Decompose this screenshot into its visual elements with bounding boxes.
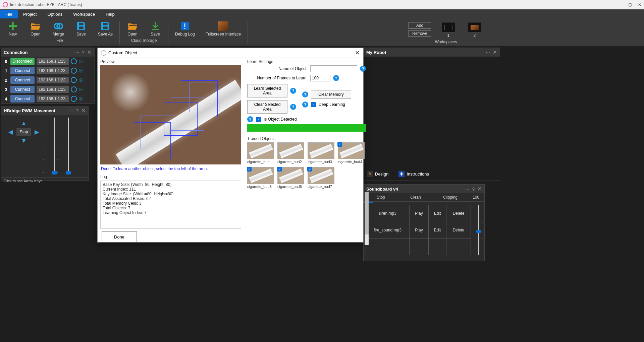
log-box[interactable]: Base Key Size: {Width=80, Height=80} Cur… [100, 181, 241, 229]
ribbon: New Open Merge Save Save As File [0, 19, 644, 46]
learn-selected-button[interactable]: Learn Selected Area [247, 84, 287, 97]
trained-object[interactable]: cigarette_bud5 [247, 167, 274, 189]
edit-button[interactable]: Edit [434, 211, 441, 216]
play-button[interactable]: Play [415, 228, 423, 232]
connect-button[interactable]: Connect [10, 95, 35, 102]
panel-help-button[interactable]: ? [472, 187, 475, 192]
speed-slider-right[interactable]: ----- [64, 118, 72, 175]
arrow-down-button[interactable]: ▼ [20, 137, 28, 144]
clear-selected-button[interactable]: Clear Selected Area [247, 100, 287, 114]
delete-button[interactable]: Delete [453, 228, 465, 232]
panel-menu-button[interactable]: ⋯ [465, 187, 470, 192]
panel-menu-button[interactable]: ⋯ [69, 108, 73, 113]
connect-button[interactable]: Connect [10, 76, 35, 84]
trained-object[interactable]: cigarette_bud3 [308, 142, 334, 164]
minimize-button[interactable]: — [618, 2, 622, 7]
sound-row: siren.mp3 Play Edit Delete [366, 205, 471, 222]
refresh-icon[interactable] [71, 58, 77, 64]
trained-object[interactable]: cigarette_bud [247, 142, 274, 164]
cloud-open-button[interactable]: Open [124, 20, 141, 37]
help-icon[interactable]: ? [247, 116, 253, 122]
frames-input[interactable] [310, 75, 330, 81]
panel-menu-button[interactable]: ⋯ [486, 50, 490, 55]
debug-log-button[interactable]: Debug Log [173, 20, 197, 37]
edit-button[interactable]: Edit [434, 228, 441, 232]
new-button[interactable]: New [5, 20, 21, 37]
wifi-icon[interactable]: ⦾ [79, 96, 83, 102]
object-name-input[interactable] [310, 65, 357, 72]
trained-object[interactable]: cigarette_bud7 [308, 167, 334, 189]
connect-button[interactable]: Connect [10, 67, 35, 74]
ip-field[interactable]: 192.168.1.1:23 [37, 58, 69, 65]
delete-button[interactable]: Delete [453, 211, 465, 216]
wifi-icon[interactable]: ⦾ [79, 77, 83, 83]
workspace-thumb-icon [442, 22, 455, 33]
stop-button[interactable]: Stop [16, 128, 32, 136]
trained-object[interactable]: cigarette_bud2 [277, 142, 304, 164]
save-button[interactable]: Save [73, 20, 89, 37]
maximize-button[interactable]: ▢ [628, 2, 632, 7]
done-button[interactable]: Done [102, 231, 137, 243]
menubar: File Project Options Workspace Help [0, 9, 644, 19]
refresh-icon[interactable] [71, 68, 77, 74]
panel-close-button[interactable]: ✕ [477, 186, 482, 192]
folder-open-icon [127, 21, 138, 31]
trained-object[interactable]: cigarette_bud6 [277, 167, 304, 189]
is-detected-label: Is Object Detected [264, 117, 297, 122]
menu-project[interactable]: Project [18, 10, 42, 18]
cloud-save-button[interactable]: Save [147, 20, 163, 37]
refresh-icon[interactable] [71, 86, 77, 92]
workspace-2-button[interactable]: 2 [466, 20, 483, 39]
modal-close-button[interactable]: ✕ [355, 49, 360, 57]
ip-field[interactable]: 192.168.1.1:23 [37, 77, 69, 83]
close-button[interactable]: ✕ [638, 2, 641, 7]
workspace-1-button[interactable]: 1 [440, 20, 457, 39]
help-icon[interactable]: ? [360, 66, 366, 72]
connect-button[interactable]: Connect [10, 86, 35, 93]
refresh-icon[interactable] [71, 77, 77, 83]
deep-learning-checkbox[interactable]: ✓ [311, 102, 316, 107]
help-icon[interactable]: ? [302, 91, 308, 97]
open-button[interactable]: Open [28, 20, 44, 37]
help-icon[interactable]: ? [290, 88, 296, 94]
ip-field[interactable]: 192.168.1.1:23 [37, 95, 69, 102]
disconnect-button[interactable]: Disconnect [10, 58, 35, 65]
panel-close-button[interactable]: ✕ [81, 108, 86, 114]
panel-menu-button[interactable]: ⋯ [75, 50, 79, 55]
workspace-remove-button[interactable]: Remove [409, 30, 431, 37]
preview-image[interactable] [100, 65, 241, 164]
soundboard-title: Soundboard v4 [366, 187, 463, 192]
panel-close-button[interactable]: ✕ [87, 49, 92, 55]
panel-help-button[interactable]: ? [82, 50, 85, 55]
sound-clean-button[interactable]: Clean [398, 193, 433, 201]
fullscreen-button[interactable]: Fullscreen Interface [204, 20, 243, 37]
wifi-icon[interactable]: ⦾ [79, 87, 83, 92]
menu-workspace[interactable]: Workspace [68, 10, 100, 18]
scrollbar[interactable] [365, 192, 369, 245]
wifi-icon[interactable]: ⦾ [79, 59, 83, 64]
tab-instructions[interactable]: ✚ Instructions [396, 169, 431, 178]
ip-field[interactable]: 192.168.1.1:23 [37, 86, 69, 93]
workspace-add-button[interactable]: Add [409, 22, 431, 29]
ip-field[interactable]: 192.168.1.1:23 [37, 67, 69, 74]
menu-options[interactable]: Options [42, 10, 68, 18]
help-icon[interactable]: ? [302, 101, 308, 108]
is-detected-checkbox[interactable]: ✓ [256, 117, 261, 122]
wifi-icon[interactable]: ⦾ [79, 68, 83, 74]
trained-object[interactable]: cigarette_bud4 [338, 142, 365, 164]
panel-help-button[interactable]: ? [76, 108, 78, 113]
clear-memory-button[interactable]: Clear Memory [311, 90, 351, 99]
help-icon[interactable]: ? [333, 75, 339, 81]
arrow-left-button[interactable]: ◀ [7, 128, 14, 136]
arrow-right-button[interactable]: ▶ [33, 128, 41, 136]
panel-close-button[interactable]: ✕ [493, 49, 497, 55]
help-icon[interactable]: ? [290, 104, 296, 110]
save-as-button[interactable]: Save As [96, 20, 115, 37]
menu-file[interactable]: File [0, 10, 18, 18]
play-button[interactable]: Play [415, 211, 423, 216]
refresh-icon[interactable] [71, 96, 77, 102]
menu-help[interactable]: Help [100, 10, 120, 18]
volume-slider[interactable]: ------- [474, 205, 482, 255]
arrow-up-button[interactable]: ▲ [20, 120, 28, 127]
merge-button[interactable]: Merge [50, 20, 66, 37]
